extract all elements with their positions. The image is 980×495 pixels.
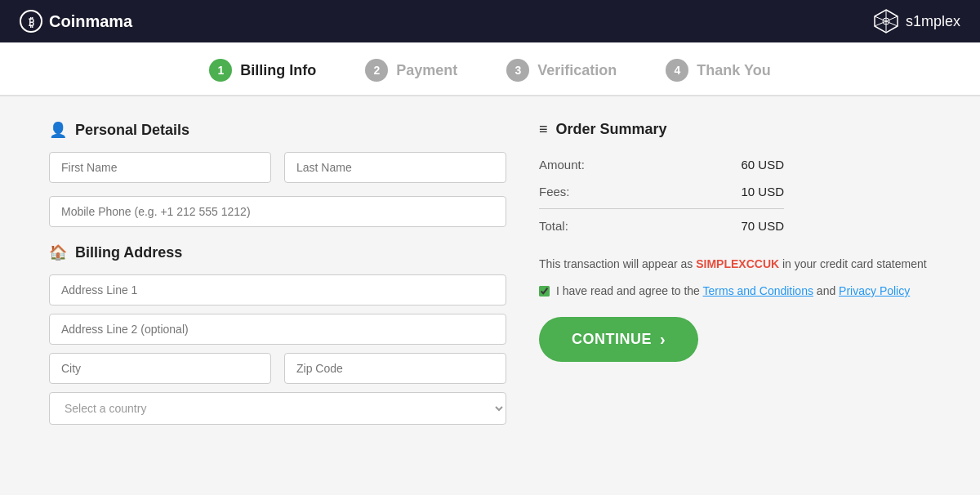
step-3-circle: 3 [506, 59, 529, 82]
step-thank-you: 4 Thank You [666, 59, 770, 82]
list-icon: ≡ [539, 121, 548, 138]
privacy-link[interactable]: Privacy Policy [839, 284, 910, 297]
fees-row: Fees: 10 USD [539, 178, 784, 205]
home-icon: 🏠 [49, 243, 67, 261]
transaction-note-suffix: in your credit card statement [779, 257, 927, 270]
transaction-note-prefix: This transaction will appear as [539, 257, 696, 270]
terms-link[interactable]: Terms and Conditions [703, 284, 813, 297]
continue-label: CONTINUE [572, 331, 652, 348]
simplex-brand-text: s1mplex [906, 13, 960, 30]
svg-text:₿: ₿ [29, 16, 34, 29]
step-3-label: Verification [537, 62, 617, 79]
step-payment: 2 Payment [365, 59, 457, 82]
step-1-label: Billing Info [240, 62, 316, 79]
simplex-logo: s1mplex [873, 8, 960, 34]
coinmama-icon: ₿ [20, 10, 42, 33]
fees-value: 10 USD [741, 185, 784, 198]
personal-details-label: Personal Details [75, 122, 189, 139]
total-value: 70 USD [741, 219, 784, 233]
first-name-input[interactable] [49, 152, 271, 183]
total-row: Total: 70 USD [539, 208, 784, 239]
order-summary-heading: ≡ Order Summary [539, 121, 931, 138]
coinmama-brand-text: Coinmama [49, 12, 132, 31]
step-2-circle: 2 [365, 59, 388, 82]
phone-input[interactable] [49, 196, 506, 227]
billing-address-section: 🏠 Billing Address Select a countryUnited… [49, 243, 506, 425]
total-label: Total: [539, 219, 568, 233]
step-4-circle: 4 [666, 59, 688, 82]
simplex-icon [873, 8, 899, 34]
continue-arrow: › [660, 330, 666, 349]
phone-row [49, 196, 506, 227]
billing-address-heading: 🏠 Billing Address [49, 243, 506, 261]
address-line1-input[interactable] [49, 274, 506, 305]
step-2-label: Payment [396, 62, 457, 79]
checkbox-prefix: I have read and agree to the [556, 284, 703, 297]
country-select[interactable]: Select a countryUnited StatesUnited King… [49, 392, 506, 425]
address-line2-input[interactable] [49, 314, 506, 345]
zip-input[interactable] [284, 353, 506, 384]
continue-button[interactable]: CONTINUE › [539, 317, 698, 362]
city-input[interactable] [49, 353, 271, 384]
main-content: 👤 Personal Details 🏠 Billing Address [0, 96, 980, 449]
personal-details-heading: 👤 Personal Details [49, 121, 506, 139]
name-row [49, 152, 506, 183]
address-inputs: Select a countryUnited StatesUnited King… [49, 274, 506, 425]
order-rows: Amount: 60 USD Fees: 10 USD Total: 70 US… [539, 151, 931, 239]
fees-label: Fees: [539, 185, 570, 198]
right-panel: ≡ Order Summary Amount: 60 USD Fees: 10 … [539, 121, 931, 425]
last-name-input[interactable] [284, 152, 506, 183]
terms-checkbox-row: I have read and agree to the Terms and C… [539, 284, 931, 297]
amount-label: Amount: [539, 158, 585, 172]
transaction-note: This transaction will appear as SIMPLEXC… [539, 256, 931, 273]
step-1-circle: 1 [209, 59, 232, 82]
amount-row: Amount: 60 USD [539, 151, 784, 178]
step-verification: 3 Verification [506, 59, 617, 82]
terms-text: I have read and agree to the Terms and C… [556, 284, 910, 297]
steps-bar: 1 Billing Info 2 Payment 3 Verification … [0, 42, 980, 96]
billing-address-label: Billing Address [75, 244, 182, 261]
step-4-label: Thank You [697, 62, 770, 79]
amount-value: 60 USD [741, 158, 784, 172]
person-icon: 👤 [49, 121, 67, 139]
merchant-name: SIMPLEXCCUK [696, 257, 779, 270]
city-zip-row [49, 353, 506, 384]
left-panel: 👤 Personal Details 🏠 Billing Address [49, 121, 506, 425]
step-billing-info: 1 Billing Info [209, 59, 316, 82]
order-summary-label: Order Summary [556, 121, 667, 138]
terms-checkbox[interactable] [539, 286, 550, 297]
coinmama-logo: ₿ Coinmama [20, 10, 132, 33]
and-text: and [813, 284, 839, 297]
header: ₿ Coinmama s1mplex [0, 0, 980, 42]
